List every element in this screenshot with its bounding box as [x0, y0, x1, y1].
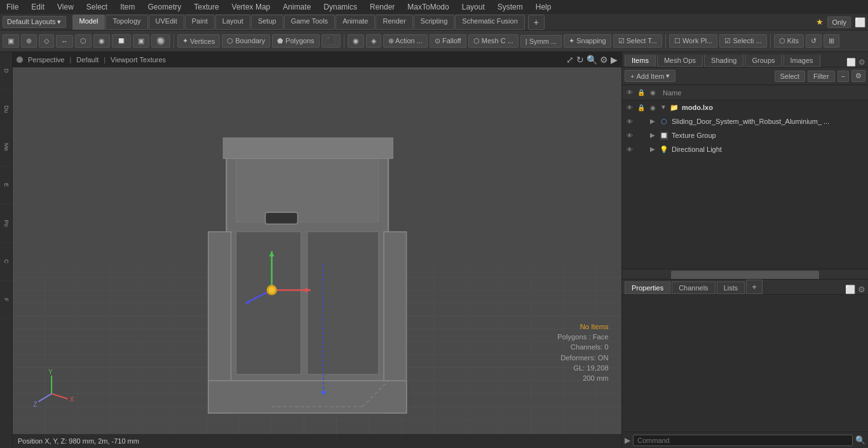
items-scrollbar[interactable]	[622, 269, 868, 279]
tab-animate[interactable]: Animate	[336, 15, 375, 30]
sidebar-item-7[interactable]: F	[0, 281, 13, 319]
item-eye-modo[interactable]: 👁	[625, 102, 635, 112]
minus-button[interactable]: −	[837, 71, 849, 82]
kits-btn[interactable]: ⬡ Kits	[774, 34, 804, 48]
menu-texture[interactable]: Texture	[191, 1, 221, 13]
tab-items[interactable]: Items	[625, 55, 656, 67]
tab-plus[interactable]: +	[528, 15, 545, 30]
lasso-tool-btn[interactable]: ◇	[39, 34, 54, 48]
grid-btn[interactable]: ⊞	[824, 34, 839, 48]
tab-schematicfusion[interactable]: Schematic Fusion	[455, 15, 524, 30]
render-icon[interactable]: ◉	[648, 88, 658, 98]
star-icon[interactable]: ★	[816, 17, 824, 27]
menu-help[interactable]: Help	[533, 1, 554, 13]
circle-tool-btn[interactable]: ◉	[93, 34, 110, 48]
select-mode-btn[interactable]: ▣	[3, 34, 19, 48]
tab-setup[interactable]: Setup	[251, 15, 283, 30]
props-tab-plus[interactable]: +	[746, 280, 763, 294]
square-tool-btn[interactable]: ⬛	[322, 34, 341, 48]
box2-tool-btn[interactable]: ▣	[133, 34, 149, 48]
vertices-btn[interactable]: ✦ ✦ VerticesVertices	[177, 34, 220, 48]
select2-btn[interactable]: ⬡	[75, 34, 92, 48]
sidebar-item-4[interactable]: E	[0, 166, 13, 205]
tab-gametools[interactable]: Game Tools	[284, 15, 336, 30]
polygons-btn[interactable]: ⬟ Polygons	[272, 34, 319, 48]
tab-scripting[interactable]: Scripting	[414, 15, 455, 30]
vp-expand-icon[interactable]: ▶	[611, 55, 618, 65]
symm-btn[interactable]: | Symm ...	[520, 35, 562, 48]
item-row-texture-group[interactable]: 👁 ▶ 🔲 Texture Group	[622, 128, 868, 142]
sidebar-item-1[interactable]: D	[0, 52, 13, 90]
plus-icon-button[interactable]: ⚙	[851, 70, 865, 82]
expand-icon[interactable]: ⬜	[846, 58, 856, 67]
lock-icon[interactable]: 🔒	[636, 88, 646, 98]
item-eye-light[interactable]: 👁	[625, 144, 635, 154]
tab-model[interactable]: Model	[72, 15, 105, 30]
viewport[interactable]: Perspective | Default | Viewport Texture…	[13, 52, 621, 448]
maximize-icon[interactable]: ⬜	[855, 17, 865, 27]
item-expand-modo[interactable]: ▼	[660, 104, 668, 111]
select-button[interactable]: Select	[775, 71, 806, 82]
sidebar-item-5[interactable]: Po	[0, 205, 13, 243]
menu-dynamics[interactable]: Dynamics	[321, 1, 360, 13]
item-expand-door[interactable]: ▶	[650, 118, 658, 125]
mesh-btn[interactable]: ⬡ Mesh C ...	[468, 34, 519, 48]
workpl-btn[interactable]: ☐ Work Pl...	[669, 34, 718, 48]
menu-render[interactable]: Render	[367, 1, 397, 13]
layout-dropdown[interactable]: Default Layouts ▾	[3, 16, 66, 28]
menu-maxtomodo[interactable]: MaxToModo	[405, 1, 451, 13]
add-item-button[interactable]: + Add Item ▾	[625, 70, 675, 82]
globe-tool-btn[interactable]: ⊕	[21, 34, 37, 48]
item-expand-light[interactable]: ▶	[650, 146, 658, 153]
box-tool-btn[interactable]: 🔲	[112, 34, 131, 48]
menu-edit[interactable]: Edit	[29, 1, 47, 13]
round-tool-btn[interactable]: 🔘	[151, 34, 170, 48]
sidebar-item-3[interactable]: Me	[0, 128, 13, 166]
rotate-btn[interactable]: ↺	[806, 34, 822, 48]
tab-shading[interactable]: Shading	[704, 55, 743, 67]
vp-zoom-icon[interactable]: 🔍	[587, 55, 597, 65]
tab-uvedit[interactable]: UVEdit	[149, 15, 184, 30]
tab-lists[interactable]: Lists	[717, 282, 745, 294]
command-input[interactable]	[633, 435, 853, 446]
viewport-view-type[interactable]: Default	[76, 56, 98, 64]
menu-vertexmap[interactable]: Vertex Map	[229, 1, 273, 13]
diamond-tool-btn[interactable]: ◈	[366, 34, 381, 48]
sidebar-item-2[interactable]: Du	[0, 90, 13, 128]
cmd-search-icon[interactable]: 🔍	[855, 435, 865, 445]
sidebar-item-6[interactable]: C	[0, 243, 13, 281]
falloff-btn[interactable]: ⊙ Falloff	[430, 34, 466, 48]
tab-layout[interactable]: Layout	[215, 15, 250, 30]
only-button[interactable]: Only	[827, 17, 851, 28]
boundary-btn[interactable]: ⬡ Boundary	[222, 34, 270, 48]
item-lock-modo[interactable]: 🔒	[636, 102, 646, 112]
cmd-arrow-icon[interactable]: ▶	[625, 436, 630, 445]
vp-settings-icon[interactable]: ⚙	[600, 55, 608, 65]
item-row-sliding-door[interactable]: 👁 ▶ ⬡ Sliding_Door_System_with_Robust_Al…	[622, 114, 868, 128]
selectt-btn[interactable]: ☑ Select T...	[613, 34, 662, 48]
props-settings-icon[interactable]: ⚙	[858, 285, 865, 294]
tab-render[interactable]: Render	[376, 15, 412, 30]
vp-rotate-icon[interactable]: ↻	[576, 55, 584, 65]
menu-item[interactable]: Item	[118, 1, 137, 13]
tab-groups[interactable]: Groups	[745, 55, 782, 67]
filter-button[interactable]: Filter	[808, 71, 834, 82]
menu-select[interactable]: Select	[84, 1, 110, 13]
selecti-btn[interactable]: ☑ Selecti ...	[719, 34, 766, 48]
menu-geometry[interactable]: Geometry	[146, 1, 184, 13]
menu-file[interactable]: File	[4, 1, 21, 13]
eye-icon[interactable]: 👁	[625, 88, 635, 98]
tab-mesh-ops[interactable]: Mesh Ops	[657, 55, 703, 67]
props-expand-icon[interactable]: ⬜	[845, 285, 855, 294]
menu-view[interactable]: View	[55, 1, 76, 13]
item-eye-tex[interactable]: 👁	[625, 130, 635, 140]
viewport-shading[interactable]: Viewport Textures	[111, 56, 166, 64]
settings-icon[interactable]: ⚙	[858, 58, 865, 67]
tab-paint[interactable]: Paint	[185, 15, 215, 30]
circle2-tool-btn[interactable]: ◉	[348, 34, 364, 48]
snapping-btn[interactable]: ✦ Snapping	[564, 34, 611, 48]
tab-channels[interactable]: Channels	[672, 282, 715, 294]
menu-system[interactable]: System	[495, 1, 526, 13]
viewport-perspective[interactable]: Perspective	[28, 56, 64, 64]
menu-layout[interactable]: Layout	[459, 1, 487, 13]
